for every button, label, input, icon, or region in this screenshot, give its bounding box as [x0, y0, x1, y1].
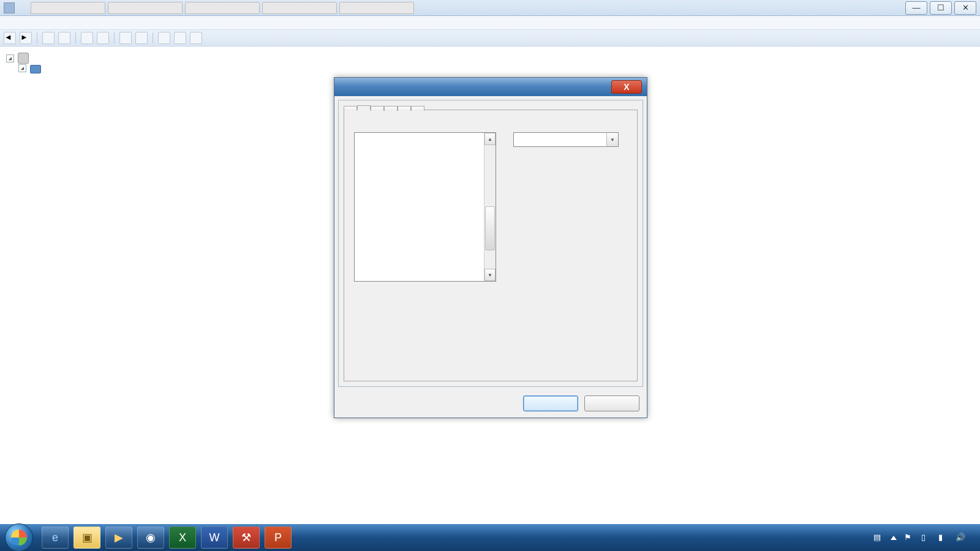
taskbar-app-explorer[interactable]: ▣ [74, 527, 100, 549]
taskbar-app-wmp[interactable]: ▶ [105, 527, 132, 549]
property-listbox[interactable]: ▲ ▼ [354, 132, 496, 282]
collapse-icon[interactable]: ◢ [6, 54, 14, 62]
toolbar-button[interactable] [81, 32, 93, 44]
toolbar-button[interactable] [42, 32, 55, 44]
collapse-icon[interactable]: ◢ [18, 64, 26, 72]
flag-icon[interactable]: ⚑ [904, 533, 914, 542]
show-hidden-icons-button[interactable] [891, 536, 897, 540]
minimize-button[interactable]: — [905, 1, 927, 15]
volume-icon[interactable]: 🔊 [956, 533, 965, 542]
cancel-button[interactable] [584, 395, 639, 411]
tab-details[interactable] [384, 106, 398, 111]
toolbar-button[interactable] [58, 32, 70, 44]
scroll-thumb[interactable] [485, 206, 495, 250]
taskbar-app-powerpoint[interactable]: P [265, 527, 292, 549]
ok-button[interactable] [523, 395, 578, 411]
tree-item-network-adapters[interactable]: ◢ [18, 64, 974, 72]
tab-driver[interactable] [371, 106, 384, 111]
toolbar-button[interactable] [190, 32, 202, 44]
tree-root[interactable]: ◢ [6, 53, 974, 64]
taskbar-app-word[interactable]: W [201, 527, 228, 549]
toolbar-button[interactable] [97, 32, 109, 44]
toolbar-back-button[interactable]: ◄ [4, 32, 16, 44]
scroll-track[interactable] [484, 145, 496, 269]
background-browser-tabs [31, 2, 903, 14]
network-adapter-icon [30, 65, 41, 73]
device-tree[interactable]: ◢ ◢ [0, 47, 980, 78]
tab-advanced[interactable] [357, 105, 371, 110]
maximize-button[interactable]: ☐ [930, 1, 952, 15]
listbox-scrollbar[interactable]: ▲ ▼ [484, 133, 496, 281]
properties-dialog: X ▲ [334, 77, 647, 418]
app-icon [4, 2, 15, 13]
toolbar-button[interactable] [158, 32, 170, 44]
toolbar-button[interactable] [119, 32, 132, 44]
tab-resources[interactable] [398, 106, 411, 111]
tab-panel-advanced: ▲ ▼ ▼ [344, 110, 638, 381]
window-titlebar: — ☐ ✕ [0, 0, 980, 16]
toolbar-button[interactable] [135, 32, 148, 44]
tab-general[interactable] [344, 106, 357, 111]
tray-icon[interactable]: ▤ [873, 533, 883, 542]
battery-icon[interactable]: ▯ [921, 533, 931, 542]
network-icon[interactable]: ▮ [938, 533, 948, 542]
chevron-down-icon[interactable]: ▼ [606, 133, 618, 146]
taskbar-app-ie[interactable]: e [42, 527, 69, 549]
toolbar-forward-button[interactable]: ► [20, 32, 32, 44]
client-area: ◢ ◢ X [0, 47, 980, 526]
tab-power-management[interactable] [411, 106, 424, 111]
taskbar[interactable]: e ▣ ▶ ◉ X W ⚒ P ▤ ⚑ ▯ ▮ 🔊 [0, 524, 980, 551]
menu-bar [0, 16, 980, 30]
taskbar-app-chrome[interactable]: ◉ [137, 527, 164, 549]
scroll-down-button[interactable]: ▼ [484, 269, 496, 281]
dialog-titlebar[interactable]: X [334, 78, 647, 96]
system-tray[interactable]: ▤ ⚑ ▯ ▮ 🔊 [873, 533, 975, 542]
start-button[interactable] [5, 523, 33, 551]
close-button[interactable]: ✕ [954, 1, 976, 15]
toolbar: ◄ ► [0, 30, 980, 47]
scroll-up-button[interactable]: ▲ [484, 133, 496, 145]
value-dropdown[interactable]: ▼ [513, 132, 619, 147]
taskbar-app-toolbox[interactable]: ⚒ [233, 527, 260, 549]
dialog-close-button[interactable]: X [611, 80, 642, 94]
toolbar-button[interactable] [174, 32, 186, 44]
taskbar-app-excel[interactable]: X [169, 527, 196, 549]
